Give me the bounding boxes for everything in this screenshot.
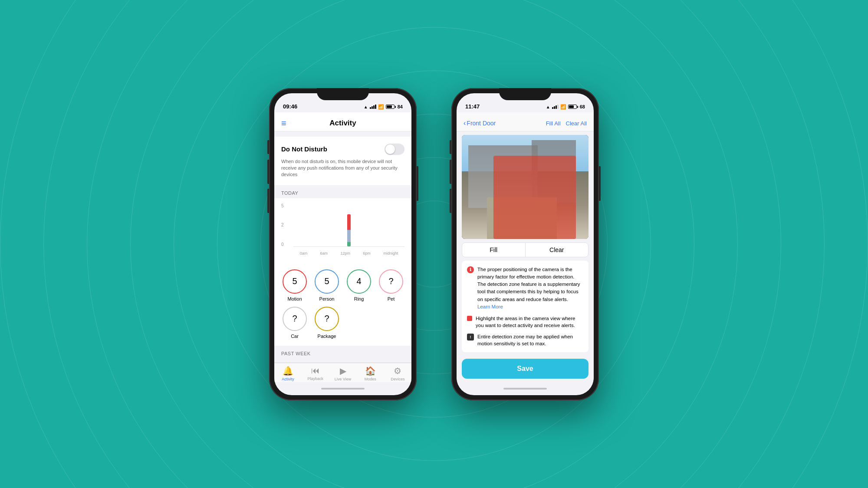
info-description: The proper positioning of the camera is …	[477, 267, 580, 302]
pet-circle: ?	[379, 269, 403, 294]
phone2-navbar: ‹ Front Door Fill All Clear All	[457, 112, 594, 131]
location-icon-2: ▲	[546, 105, 550, 109]
dnd-toggle[interactable]	[385, 144, 404, 155]
red-bullet-icon	[467, 316, 472, 321]
home-indicator	[274, 382, 411, 395]
tab-modes[interactable]: 🏠 Modes	[357, 366, 384, 381]
detection-info-card: ℹ The proper positioning of the camera i…	[462, 261, 589, 353]
phone2-time: 11:47	[465, 103, 480, 110]
phone1-status-icons: ▲ 📶 84	[364, 104, 403, 110]
tab-devices-label: Devices	[391, 377, 404, 381]
battery-level-2: 68	[580, 104, 585, 109]
tab-modes-label: Modes	[365, 377, 376, 381]
ring-label: Ring	[354, 296, 364, 301]
phone2-status-icons: ▲ 📶 68	[546, 104, 585, 110]
fill-all-button[interactable]: Fill All	[546, 120, 561, 127]
today-section-header: TODAY	[274, 185, 411, 198]
clear-all-button[interactable]: Clear All	[566, 120, 587, 127]
detection-zone-overlay	[493, 156, 576, 239]
back-label: Front Door	[467, 120, 496, 127]
dnd-description: When do not disturb is on, this mobile d…	[281, 158, 404, 178]
chevron-left-icon: ‹	[464, 119, 466, 127]
phones-container: 09:46 ▲ 📶	[269, 88, 599, 400]
pet-label: Pet	[388, 296, 395, 301]
menu-icon[interactable]: ≡	[281, 118, 286, 128]
phone-2: 11:47 ▲ 📶	[451, 88, 599, 400]
camera-preview[interactable]	[462, 135, 589, 239]
bullet-item-1: Highlight the areas in the camera view w…	[467, 315, 583, 329]
person-label: Person	[319, 296, 335, 301]
home-indicator-2	[457, 382, 594, 395]
info-section: ℹ The proper positioning of the camera i…	[457, 261, 594, 355]
info-icon: ℹ	[467, 266, 474, 273]
play-icon: ▶	[340, 366, 346, 376]
package-label: Package	[318, 334, 336, 339]
gear-icon: ⚙	[394, 366, 401, 376]
person-circle-item[interactable]: 5 Person	[313, 269, 340, 301]
tab-liveview-label: Live View	[335, 377, 351, 381]
car-label: Car	[291, 334, 299, 339]
package-circle: ?	[315, 307, 339, 331]
motion-circle-item[interactable]: 5 Motion	[281, 269, 308, 301]
past-week-header: PAST WEEK	[274, 346, 411, 358]
signal-bars-2	[552, 105, 559, 109]
chart-plot	[293, 203, 404, 247]
ring-circle: 4	[347, 269, 371, 294]
bullet-1-text: Highlight the areas in the camera view w…	[476, 315, 583, 329]
playback-icon: ⏮	[311, 366, 320, 376]
tab-activity[interactable]: 🔔 Activity	[274, 366, 302, 381]
tab-activity-label: Activity	[282, 377, 294, 381]
phone1-scroll-area[interactable]: Do Not Disturb When do not disturb is on…	[274, 131, 411, 363]
activity-chart-card: 5 2 0	[274, 198, 411, 262]
battery-level: 84	[398, 104, 403, 109]
clear-button[interactable]: Clear	[526, 243, 589, 257]
tab-devices[interactable]: ⚙ Devices	[384, 366, 411, 381]
chart-bar-blue	[347, 230, 351, 242]
back-button[interactable]: ‹ Front Door	[464, 119, 496, 127]
fill-button[interactable]: Fill	[462, 243, 526, 257]
dnd-card: Do Not Disturb When do not disturb is on…	[274, 137, 411, 185]
ring-circle-item[interactable]: 4 Ring	[345, 269, 372, 301]
info-main-text: ℹ The proper positioning of the camera i…	[467, 266, 583, 311]
chart-bar-12pm	[347, 203, 351, 246]
bullet-2-text: Entire detection zone may be applied whe…	[477, 333, 583, 347]
page-title: Activity	[329, 119, 356, 128]
tab-playback[interactable]: ⏮ Playback	[302, 366, 329, 381]
tab-bar: 🔔 Activity ⏮ Playback ▶ Live View 🏠 Mode…	[274, 363, 411, 382]
bell-icon: 🔔	[283, 366, 293, 376]
wifi-icon-2: 📶	[560, 104, 566, 110]
motion-circle: 5	[283, 269, 307, 294]
battery-icon-2	[568, 105, 578, 109]
motion-label: Motion	[287, 296, 302, 301]
nav-actions: Fill All Clear All	[546, 120, 587, 127]
learn-more-link[interactable]: Learn More	[477, 304, 503, 309]
tab-playback-label: Playback	[308, 377, 324, 381]
chart-x-labels: 0am 6am 12pm 6pm midnight	[293, 251, 404, 255]
bullet-item-2: ! Entire detection zone may be applied w…	[467, 333, 583, 347]
location-icon: ▲	[364, 105, 368, 109]
tab-liveview[interactable]: ▶ Live View	[329, 366, 356, 381]
phone-1: 09:46 ▲ 📶	[269, 88, 417, 400]
camera-image	[462, 135, 589, 239]
person-circle: 5	[315, 269, 339, 294]
save-button[interactable]: Save	[462, 359, 589, 379]
pet-circle-item[interactable]: ? Pet	[378, 269, 404, 301]
warning-icon: !	[467, 334, 474, 341]
wifi-icon: 📶	[378, 104, 384, 110]
chart-y-labels: 5 2 0	[281, 203, 284, 247]
chart-bar-red	[347, 214, 351, 230]
car-circle: ?	[283, 307, 307, 331]
package-circle-item[interactable]: ? Package	[313, 307, 340, 339]
signal-bars	[370, 105, 376, 109]
chart-bar-green	[347, 242, 351, 246]
phone1-time: 09:46	[283, 103, 297, 110]
dnd-title: Do Not Disturb	[281, 145, 327, 153]
phone1-navbar: ≡ Activity	[274, 112, 411, 131]
home-icon: 🏠	[365, 366, 376, 376]
battery-icon	[386, 105, 396, 109]
activity-circles: 5 Motion 5 Person 4 Ring ? Pet	[274, 262, 411, 346]
car-circle-item[interactable]: ? Car	[281, 307, 308, 339]
fill-clear-toggle: Fill Clear	[462, 242, 589, 257]
